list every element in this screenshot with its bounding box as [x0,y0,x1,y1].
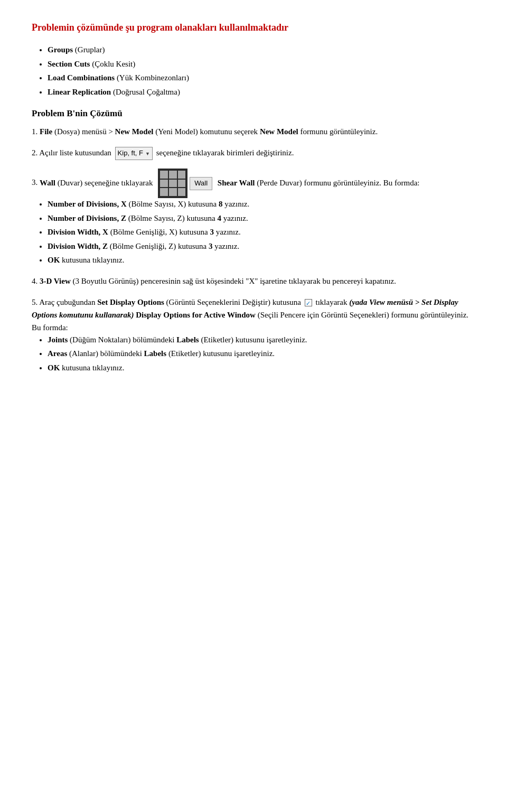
page-heading: Problemin çözümünde şu program olanaklar… [32,21,475,34]
list-item: Number of Divisions, X (Bölme Sayısı, X)… [48,198,475,210]
step-4-text: 3-D View (3 Boyutlu Görünüş) penceresini… [40,277,396,285]
list-item: Division Width, Z (Bölme Genişliği, Z) k… [48,240,475,253]
step-2-number: 2. [32,148,39,157]
list-item: Division Width, X (Bölme Genişliği, X) k… [48,226,475,238]
list-item: OK kutusuna tıklayınız. [48,362,475,374]
step-1-text: File (Dosya) menüsü > New Model (Yeni Mo… [40,127,378,136]
step-2: 2. Açılır liste kutusundan Kip, ft, F se… [32,146,475,160]
step-5-subbullets: Joints (Düğüm Noktaları) bölümündeki Lab… [48,334,475,374]
grid-cell [160,180,168,188]
grid-cell [178,171,186,179]
units-dropdown[interactable]: Kip, ft, F [115,147,153,160]
list-item: Areas (Alanlar) bölümündeki Labels (Etik… [48,348,475,360]
step-1-number: 1. [32,127,40,136]
grid-cell [169,180,177,188]
list-item: Load Combinations (Yük Kombinezonları) [48,72,475,84]
step-5-text: Araç çubuğundan Set Display Options (Gör… [32,298,468,332]
step-3-text: Wall (Duvar) seçeneğine tıklayarak Wall … [40,179,420,187]
step-3: 3. Wall (Duvar) seçeneğine tıklayarak Wa… [32,169,475,266]
wall-button-area: Wall [158,169,212,198]
set-display-options-checkbox[interactable] [305,299,312,306]
grid-cell [160,171,168,179]
step-5-main: 5. Araç çubuğundan Set Display Options (… [32,296,475,334]
grid-cell [160,188,168,196]
step-2-text: Açılır liste kutusundan Kip, ft, F seçen… [39,148,294,157]
grid-cell [178,188,186,196]
step-4-number: 4. [32,277,40,285]
step-5-number: 5. [32,298,39,306]
list-item: Section Cuts (Çoklu Kesit) [48,58,475,70]
list-item: Linear Replication (Doğrusal Çoğaltma) [48,86,475,98]
step-5: 5. Araç çubuğundan Set Display Options (… [32,296,475,374]
intro-bullet-list: Groups (Gruplar) Section Cuts (Çoklu Kes… [48,44,475,98]
wall-grid-icon [158,169,187,198]
step-3-main: 3. Wall (Duvar) seçeneğine tıklayarak Wa… [32,169,475,198]
wall-label-button[interactable]: Wall [190,177,212,190]
step-1: 1. File (Dosya) menüsü > New Model (Yeni… [32,125,475,138]
step-3-subbullets: Number of Divisions, X (Bölme Sayısı, X)… [48,198,475,266]
problem-b-title: Problem B'nin Çözümü [32,108,475,119]
list-item: Joints (Düğüm Noktaları) bölümündeki Lab… [48,334,475,346]
list-item: Number of Divisions, Z (Bölme Sayısı, Z)… [48,212,475,225]
grid-cell [169,188,177,196]
step-4: 4. 3-D View (3 Boyutlu Görünüş) penceres… [32,275,475,287]
list-item: OK kutusuna tıklayınız. [48,254,475,266]
list-item: Groups (Gruplar) [48,44,475,56]
grid-cell [169,171,177,179]
step-3-number: 3. [32,179,40,187]
grid-cell [178,180,186,188]
